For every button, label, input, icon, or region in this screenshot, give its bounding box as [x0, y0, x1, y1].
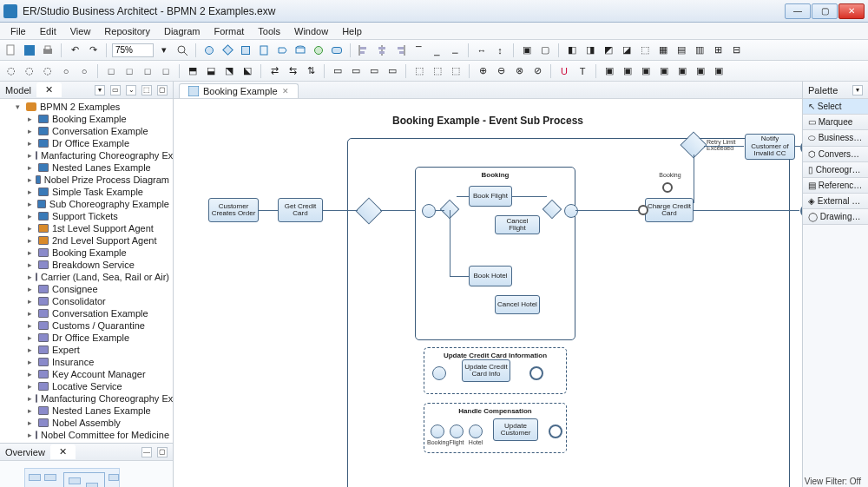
- tree-item[interactable]: ▸Booking Example: [24, 113, 173, 125]
- task-cancel-flight[interactable]: Cancel Flight: [495, 215, 540, 234]
- task-update-cc-info[interactable]: Update Credit Card Info: [462, 359, 510, 382]
- tree-item[interactable]: ▸Conversation Example: [24, 307, 173, 319]
- comp-end-event[interactable]: [549, 424, 562, 438]
- zoom-input[interactable]: [112, 43, 154, 57]
- tree-item[interactable]: ▸Nested Lanes Example: [24, 161, 173, 174]
- misc-icon-5[interactable]: ⬚: [637, 43, 653, 58]
- shape-rounded-icon[interactable]: [329, 43, 345, 58]
- misc-icon-6[interactable]: ▦: [655, 43, 671, 58]
- palette-select[interactable]: ↖ Select: [803, 99, 868, 115]
- tool-icon-j[interactable]: ⬒: [185, 63, 201, 79]
- misc-icon-7[interactable]: ▤: [674, 43, 689, 58]
- tool-icon-b[interactable]: ◌: [22, 63, 37, 79]
- tree-item[interactable]: ▸Expert: [24, 344, 173, 356]
- end-event-main[interactable]: [800, 204, 802, 218]
- tool-icon-q[interactable]: ▭: [330, 63, 345, 79]
- model-tab-close-icon[interactable]: ✕: [36, 82, 62, 97]
- editor-tab-close-icon[interactable]: ✕: [282, 87, 289, 95]
- tool-icon-v[interactable]: ⬚: [430, 63, 445, 79]
- align-center-icon[interactable]: [374, 43, 390, 58]
- tool-icon-h[interactable]: □: [140, 63, 155, 79]
- tool-icon-ab[interactable]: U: [556, 63, 572, 79]
- tree-item[interactable]: ▸Sub Choreography Example: [24, 198, 173, 210]
- misc-icon-8[interactable]: ▥: [692, 43, 707, 58]
- tool-icon-i[interactable]: □: [158, 63, 174, 79]
- booking-start-event[interactable]: [422, 204, 436, 218]
- tool-icon-a[interactable]: ◌: [3, 63, 19, 79]
- palette-conv[interactable]: ⬡ Conversation Diagr...: [803, 147, 868, 162]
- comp-throw-hotel[interactable]: [469, 424, 483, 438]
- tree-item[interactable]: ▸Nested Lanes Example: [24, 405, 173, 417]
- task-update-customer[interactable]: Update Customer: [493, 418, 538, 441]
- new-icon[interactable]: [3, 43, 19, 58]
- tool-icon-c[interactable]: ◌: [40, 63, 56, 79]
- comp-start-booking[interactable]: [431, 424, 444, 438]
- palette-ext[interactable]: ◈ External Data Obje...: [803, 194, 868, 209]
- tree-item[interactable]: ▸Dr Office Example: [24, 137, 173, 149]
- palette-choreo[interactable]: ▯ Choreography Dia...: [803, 162, 868, 178]
- maximize-button[interactable]: ▢: [812, 3, 838, 19]
- task-book-flight[interactable]: Book Flight: [469, 186, 512, 207]
- print-icon[interactable]: [40, 43, 56, 58]
- pane-tool-4-icon[interactable]: ⬚: [141, 85, 152, 95]
- tool-icon-ac[interactable]: T: [575, 63, 590, 79]
- charge-boundary-event[interactable]: [638, 205, 648, 215]
- tree-item[interactable]: ▸Dr Office Example: [24, 332, 173, 344]
- shape-data-icon[interactable]: [274, 43, 290, 58]
- end-event-notify[interactable]: [800, 141, 802, 155]
- close-button[interactable]: ✕: [838, 3, 865, 19]
- task-cancel-hotel[interactable]: Cancel Hotel: [495, 295, 540, 314]
- tree-item[interactable]: ▸Key Account Manager: [24, 368, 173, 380]
- align-middle-icon[interactable]: ⎯: [429, 43, 444, 58]
- tool-icon-ai[interactable]: ▣: [693, 63, 708, 79]
- distribute-v-icon[interactable]: ↕: [492, 43, 508, 58]
- palette-bpo[interactable]: ⬭ Business Process O...: [803, 130, 868, 147]
- tool-icon-k[interactable]: ⬓: [203, 63, 219, 79]
- overview-min-icon[interactable]: —: [141, 447, 152, 457]
- shape-square-icon[interactable]: [238, 43, 253, 58]
- menu-help[interactable]: Help: [335, 24, 369, 38]
- pane-tool-1-icon[interactable]: ▾: [95, 85, 105, 95]
- tree-item[interactable]: ▸Locative Service: [24, 380, 173, 392]
- pane-tool-2-icon[interactable]: ▭: [110, 85, 121, 95]
- task-notify-invalid-cc[interactable]: Notify Customer of Invalid CC: [745, 134, 795, 160]
- tree-item[interactable]: ▸Conversation Example: [24, 125, 173, 137]
- tool-icon-aa[interactable]: ⊘: [529, 63, 545, 79]
- tree-item[interactable]: ▸Customs / Quarantine: [24, 319, 173, 332]
- tool-icon-af[interactable]: ▣: [638, 63, 654, 79]
- tool-icon-ae[interactable]: ▣: [620, 63, 635, 79]
- tree-item[interactable]: ▸Consolidator: [24, 295, 173, 307]
- misc-icon-10[interactable]: ⊟: [728, 43, 744, 58]
- tool-icon-y[interactable]: ⊖: [493, 63, 509, 79]
- tree-item[interactable]: ▸2nd Level Support Agent: [24, 234, 173, 247]
- tree-item[interactable]: ▸Manfacturing Choreography Example: [24, 392, 173, 405]
- update-cc-end-event[interactable]: [529, 366, 543, 380]
- palette-marquee[interactable]: ▭ Marquee: [803, 115, 868, 130]
- overview-canvas[interactable]: [0, 461, 173, 487]
- model-tree[interactable]: ▾BPMN 2 Examples ▸Booking Example▸Conver…: [0, 99, 173, 443]
- tool-icon-d[interactable]: ○: [58, 63, 74, 79]
- tool-icon-p[interactable]: ⇅: [303, 63, 319, 79]
- misc-icon-1[interactable]: ◧: [564, 43, 580, 58]
- tool-icon-ah[interactable]: ▣: [674, 63, 690, 79]
- overview-max-icon[interactable]: ▢: [157, 447, 168, 457]
- pane-tool-3-icon[interactable]: ⌄: [126, 85, 136, 95]
- tool-icon-l[interactable]: ⬔: [221, 63, 237, 79]
- menu-view[interactable]: View: [63, 24, 98, 38]
- tree-item[interactable]: ▸Support Tickets: [24, 210, 173, 222]
- tree-item[interactable]: ▸Breakdown Service: [24, 259, 173, 271]
- tool-icon-f[interactable]: □: [103, 63, 119, 79]
- task-customer-creates-order[interactable]: Customer Creates Order: [208, 198, 259, 222]
- tool-icon-n[interactable]: ⇄: [266, 63, 282, 79]
- tree-item[interactable]: ▸Manfacturing Choreography Example: [24, 149, 173, 161]
- tree-item[interactable]: ▸Nobel Committee for Medicine: [24, 429, 173, 441]
- tool-icon-ag[interactable]: ▣: [656, 63, 672, 79]
- redo-icon[interactable]: ↷: [85, 43, 101, 58]
- task-get-credit-card[interactable]: Get Credit Card: [278, 198, 323, 222]
- zoom-fit-icon[interactable]: [174, 43, 190, 58]
- save-icon[interactable]: [22, 43, 37, 58]
- misc-icon-9[interactable]: ⊞: [710, 43, 726, 58]
- misc-icon-3[interactable]: ◩: [601, 43, 616, 58]
- align-right-icon[interactable]: [392, 43, 408, 58]
- tool-icon-m[interactable]: ⬕: [240, 63, 255, 79]
